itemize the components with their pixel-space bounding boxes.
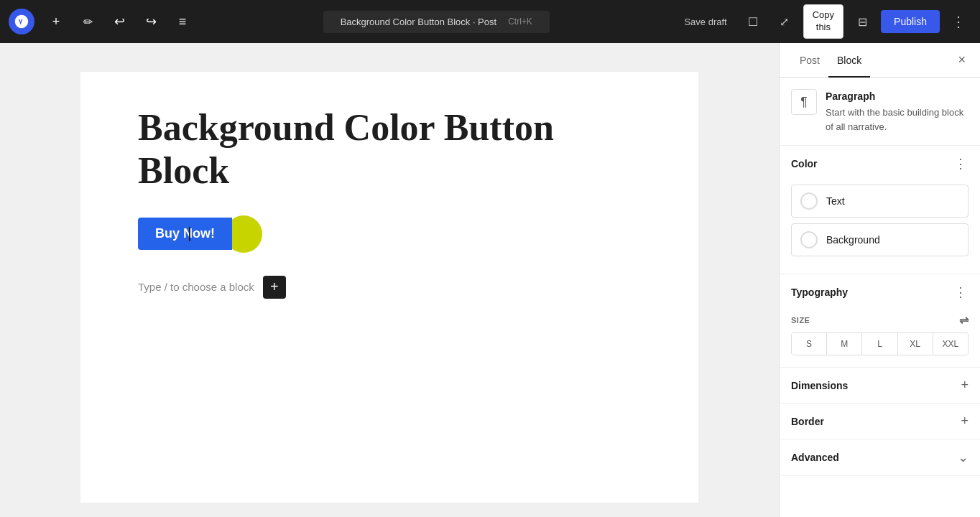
undo-icon: ↩ <box>114 14 125 29</box>
dimensions-header[interactable]: Dimensions + <box>780 368 980 403</box>
size-xxl-button[interactable]: XXL <box>933 333 968 355</box>
more-options-button[interactable]: ⋮ <box>946 10 971 33</box>
fullscreen-icon: ⤢ <box>780 15 789 29</box>
sidebar-tabs: Post Block × <box>780 43 980 78</box>
sidebar-toggle-button[interactable]: ⊟ <box>849 9 875 34</box>
size-buttons: S M L XL XXL <box>791 332 969 355</box>
view-button[interactable]: ☐ <box>740 9 766 34</box>
block-description: Paragraph Start with the basic building … <box>826 89 969 134</box>
size-l-button[interactable]: L <box>862 333 897 355</box>
list-view-button[interactable]: ≡ <box>170 9 195 34</box>
fullscreen-button[interactable]: ⤢ <box>772 9 798 34</box>
more-icon: ⋮ <box>954 285 967 299</box>
size-m-button[interactable]: M <box>827 333 862 355</box>
border-expand-icon: + <box>961 414 969 429</box>
more-icon: ⋮ <box>954 157 967 171</box>
sidebar-close-button[interactable]: × <box>955 50 969 70</box>
add-block-area: Type / to choose a block + <box>138 276 641 299</box>
advanced-section: Advanced ⌄ <box>780 439 980 476</box>
placeholder-text: Type / to choose a block <box>138 281 254 293</box>
color-section-header[interactable]: Color ⋮ <box>780 146 980 182</box>
add-block-toolbar-button[interactable]: + <box>43 9 69 34</box>
size-xl-button[interactable]: XL <box>898 333 933 355</box>
save-draft-button[interactable]: Save draft <box>677 12 734 32</box>
sidebar: Post Block × ¶ Paragraph Start with the … <box>779 43 980 517</box>
typography-section: Typography ⋮ SIZE ⇌ S M L XL XXL <box>780 274 980 368</box>
border-title: Border <box>791 416 824 427</box>
button-block: Buy Now! <box>138 215 262 253</box>
redo-icon: ↪ <box>146 14 157 29</box>
color-section-title: Color <box>791 158 818 169</box>
toolbar-right: Save draft ☐ ⤢ Copy this ⊟ Publish ⋮ <box>677 4 971 39</box>
advanced-title: Advanced <box>791 452 839 463</box>
keyboard-shortcut: Ctrl+K <box>508 17 532 27</box>
more-icon: ⋮ <box>951 14 966 29</box>
close-icon: × <box>958 52 966 67</box>
view-icon: ☐ <box>748 15 758 29</box>
wp-logo[interactable] <box>9 9 34 34</box>
text-color-circle <box>800 192 818 210</box>
border-header[interactable]: Border + <box>780 404 980 439</box>
publish-button[interactable]: Publish <box>881 10 940 33</box>
dimensions-title: Dimensions <box>791 380 848 391</box>
background-color-option[interactable]: Background <box>791 223 969 256</box>
buy-now-button[interactable]: Buy Now! <box>138 218 232 250</box>
color-options: Text Background <box>780 182 980 274</box>
background-color-circle <box>800 231 818 248</box>
editor-canvas: Background Color Button Block Buy Now! T… <box>80 72 698 503</box>
advanced-header[interactable]: Advanced ⌄ <box>780 439 980 475</box>
main-toolbar: + ✏ ↩ ↪ ≡ Background Color Button Block … <box>0 0 980 43</box>
dimensions-expand-icon: + <box>961 378 969 393</box>
background-color-label: Background <box>826 234 880 246</box>
typography-content: SIZE ⇌ S M L XL XXL <box>780 310 980 367</box>
typography-section-more-button[interactable]: ⋮ <box>953 284 969 300</box>
edit-icon: ✏ <box>83 15 93 29</box>
redo-button[interactable]: ↪ <box>138 9 164 34</box>
size-controls-icon[interactable]: ⇌ <box>959 313 969 327</box>
post-title-bar[interactable]: Background Color Button Block · Post Ctr… <box>323 11 550 33</box>
block-type-icon: ¶ <box>791 89 817 115</box>
color-section-more-button[interactable]: ⋮ <box>953 156 969 172</box>
editor-area: Background Color Button Block Buy Now! T… <box>0 43 779 517</box>
block-info: ¶ Paragraph Start with the basic buildin… <box>780 78 980 146</box>
border-section: Border + <box>780 404 980 439</box>
typography-section-header[interactable]: Typography ⋮ <box>780 274 980 310</box>
tab-block[interactable]: Block <box>828 43 870 78</box>
dimensions-section: Dimensions + <box>780 368 980 404</box>
wp-logo-icon <box>14 14 29 29</box>
settings-icon: ⊟ <box>858 15 867 29</box>
text-cursor <box>189 227 190 241</box>
advanced-collapse-icon: ⌄ <box>958 450 969 465</box>
undo-button[interactable]: ↩ <box>106 9 132 34</box>
edit-button[interactable]: ✏ <box>75 9 101 34</box>
color-section: Color ⋮ Text Background <box>780 146 980 274</box>
tab-post[interactable]: Post <box>791 43 828 78</box>
list-view-icon: ≡ <box>179 14 187 29</box>
text-color-option[interactable]: Text <box>791 185 969 218</box>
main-layout: Background Color Button Block Buy Now! T… <box>0 43 980 517</box>
post-title: Background Color Button Block · Post <box>341 17 497 27</box>
typography-section-title: Typography <box>791 287 848 298</box>
toolbar-center: Background Color Button Block · Post Ctr… <box>201 11 671 33</box>
post-heading[interactable]: Background Color Button Block <box>138 106 641 192</box>
size-s-button[interactable]: S <box>792 333 827 355</box>
size-label: SIZE ⇌ <box>791 313 969 327</box>
text-color-label: Text <box>826 195 845 207</box>
add-block-button[interactable]: + <box>263 276 286 299</box>
copy-this-button[interactable]: Copy this <box>803 4 843 39</box>
